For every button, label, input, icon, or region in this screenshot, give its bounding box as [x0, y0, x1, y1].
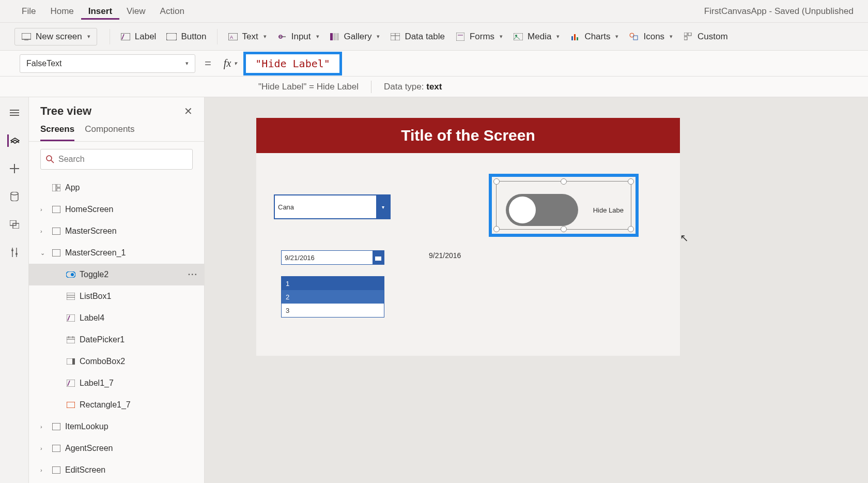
formula-info-bar: "Hide Label" = Hide Label Data type: tex…	[0, 77, 868, 97]
new-screen-button[interactable]: New screen ▾	[14, 28, 97, 46]
tree-node-masterscreen_1[interactable]: ⌄MasterScreen_1	[29, 242, 204, 264]
combobox-icon	[66, 357, 75, 366]
property-selector[interactable]: FalseText ▾	[20, 54, 195, 73]
menu-action[interactable]: Action	[153, 3, 192, 20]
fx-icon[interactable]: fx▾	[221, 57, 240, 69]
tree-node-toggle2[interactable]: Toggle2···	[29, 264, 204, 285]
resize-handle[interactable]	[561, 178, 567, 185]
tree-node-rectangle1_7[interactable]: Rectangle1_7	[29, 394, 204, 416]
media-rail-icon[interactable]	[8, 218, 21, 231]
svg-rect-43	[57, 188, 60, 191]
tree-node-label: Label4	[80, 313, 104, 323]
date-label: 9/21/2016	[429, 251, 461, 260]
expand-icon[interactable]: ›	[40, 228, 48, 234]
insert-text-button[interactable]: A Text ▾	[223, 28, 272, 45]
tree-node-combobox2[interactable]: ComboBox2	[29, 351, 204, 372]
datepicker-control[interactable]: 9/21/2016	[281, 250, 384, 265]
data-type-label: Data type: text	[384, 82, 442, 92]
svg-rect-64	[52, 445, 60, 452]
svg-rect-59	[72, 358, 75, 365]
insert-charts-button[interactable]: Charts ▾	[565, 28, 624, 45]
svg-line-40	[51, 160, 54, 163]
gallery-icon	[330, 32, 340, 42]
tree-view-icon[interactable]	[7, 134, 20, 147]
menu-view[interactable]: View	[119, 3, 153, 20]
svg-rect-65	[52, 466, 60, 474]
tree-node-label1_7[interactable]: Label1_7	[29, 372, 204, 394]
insert-custom-button[interactable]: Custom	[678, 28, 733, 45]
tree-node-agentscreen[interactable]: ›AgentScreen	[29, 437, 204, 459]
menu-insert[interactable]: Insert	[81, 3, 119, 20]
insert-forms-button[interactable]: Forms ▾	[450, 28, 508, 45]
input-icon	[277, 32, 287, 42]
screen-title-bar[interactable]: Title of the Screen	[256, 118, 680, 153]
insert-input-button[interactable]: Input ▾	[272, 28, 324, 45]
screen-icon	[52, 465, 61, 475]
tree-node-itemlookup[interactable]: ›ItemLookup	[29, 416, 204, 437]
tree-node-label: Toggle2	[80, 270, 109, 279]
expand-icon[interactable]: ›	[40, 206, 48, 213]
toggle-control[interactable]	[506, 194, 578, 226]
tree-node-label: MasterScreen_1	[65, 248, 126, 258]
formula-input-highlight[interactable]: "Hide Label"	[243, 52, 342, 76]
resize-handle[interactable]	[493, 226, 500, 232]
insert-datatable-button[interactable]: Data table	[385, 28, 450, 45]
expand-icon[interactable]: ›	[40, 445, 48, 451]
resize-handle[interactable]	[493, 178, 500, 185]
insert-button-button[interactable]: Button	[161, 28, 211, 45]
menu-file[interactable]: File	[14, 3, 43, 20]
tab-components[interactable]: Components	[85, 124, 134, 141]
list-item[interactable]: 3	[282, 304, 384, 317]
formula-bar: FalseText ▾ = fx▾ "Hide Label"	[0, 51, 868, 77]
svg-line-53	[68, 315, 70, 321]
more-icon[interactable]: ···	[188, 270, 198, 279]
tree-node-masterscreen[interactable]: ›MasterScreen	[29, 220, 204, 242]
svg-rect-25	[688, 33, 691, 36]
tree-node-homescreen[interactable]: ›HomeScreen	[29, 199, 204, 220]
expand-icon[interactable]: ›	[40, 467, 48, 473]
combobox-chevron-icon[interactable]: ▾	[376, 195, 390, 218]
hamburger-icon[interactable]	[8, 107, 21, 119]
calendar-icon[interactable]	[373, 251, 384, 264]
canvas-area[interactable]: ↖ Title of the Screen Cana ▾ 9/21/2016 9…	[205, 97, 868, 483]
svg-rect-10	[333, 33, 336, 40]
tree-search-input[interactable]	[58, 155, 187, 164]
combobox-control[interactable]: Cana ▾	[274, 194, 391, 219]
expand-icon[interactable]: ⌄	[40, 250, 48, 256]
toggle-selection-highlight[interactable]: Hide Labe	[489, 174, 639, 237]
design-canvas[interactable]: Title of the Screen Cana ▾ 9/21/2016 9/2…	[256, 118, 680, 356]
tree-search[interactable]	[40, 149, 193, 170]
rectangle-icon	[66, 400, 75, 410]
resize-handle[interactable]	[561, 226, 567, 232]
svg-rect-41	[52, 184, 56, 191]
insert-icon[interactable]	[8, 162, 21, 175]
expand-icon[interactable]: ›	[40, 424, 48, 430]
insert-media-button[interactable]: Media ▾	[508, 28, 565, 45]
chevron-down-icon: ▾	[500, 33, 503, 40]
resize-handle[interactable]	[628, 178, 634, 185]
list-item[interactable]: 2	[282, 290, 384, 304]
insert-gallery-button[interactable]: Gallery ▾	[324, 28, 385, 45]
tab-screens[interactable]: Screens	[40, 124, 74, 141]
text-icon: A	[228, 32, 238, 42]
svg-rect-9	[330, 33, 333, 40]
tree-node-listbox1[interactable]: ListBox1	[29, 285, 204, 307]
label-icon	[120, 32, 131, 42]
close-icon[interactable]: ✕	[184, 105, 193, 117]
listbox-control[interactable]: 1 2 3	[281, 276, 384, 318]
tree-node-datepicker1[interactable]: DatePicker1	[29, 329, 204, 351]
button-icon	[166, 32, 177, 42]
tree-node-label4[interactable]: Label4	[29, 307, 204, 329]
resize-handle[interactable]	[628, 226, 634, 232]
tree-node-app[interactable]: App	[29, 177, 204, 199]
menu-home[interactable]: Home	[43, 3, 81, 20]
insert-icons-button[interactable]: Icons ▾	[624, 28, 678, 45]
svg-rect-44	[52, 206, 60, 213]
svg-rect-11	[336, 33, 339, 40]
data-icon[interactable]	[8, 190, 21, 203]
advanced-tools-icon[interactable]	[8, 246, 21, 259]
tree-node-editscreen[interactable]: ›EditScreen	[29, 459, 204, 481]
list-item[interactable]: 1	[282, 277, 384, 290]
chevron-down-icon: ▾	[377, 33, 380, 40]
insert-label-button[interactable]: Label	[115, 28, 162, 45]
